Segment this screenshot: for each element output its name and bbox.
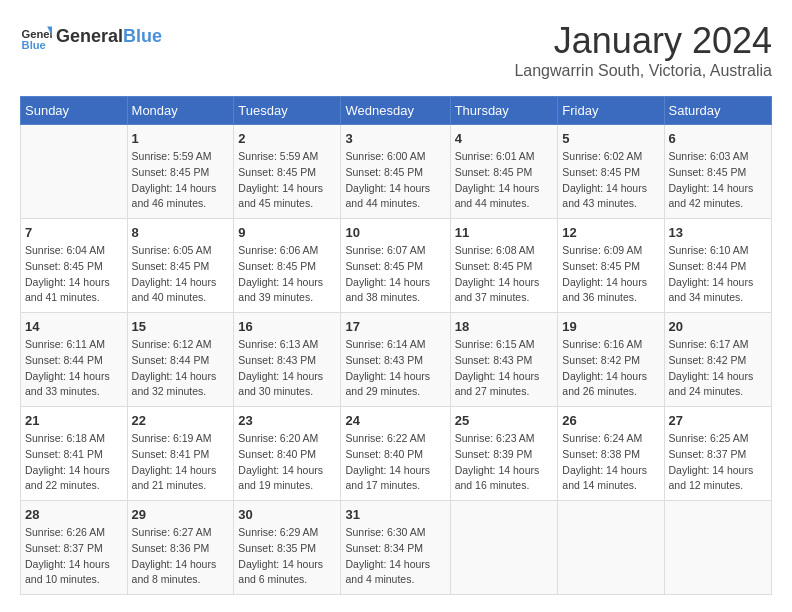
calendar-cell: 6Sunrise: 6:03 AMSunset: 8:45 PMDaylight…	[664, 125, 771, 219]
day-info: Sunrise: 6:18 AMSunset: 8:41 PMDaylight:…	[25, 431, 123, 494]
day-number: 23	[238, 413, 336, 428]
day-info: Sunrise: 6:06 AMSunset: 8:45 PMDaylight:…	[238, 243, 336, 306]
calendar-cell: 15Sunrise: 6:12 AMSunset: 8:44 PMDayligh…	[127, 313, 234, 407]
day-number: 15	[132, 319, 230, 334]
day-number: 25	[455, 413, 554, 428]
calendar-cell: 23Sunrise: 6:20 AMSunset: 8:40 PMDayligh…	[234, 407, 341, 501]
calendar-cell: 31Sunrise: 6:30 AMSunset: 8:34 PMDayligh…	[341, 501, 450, 595]
week-row-3: 14Sunrise: 6:11 AMSunset: 8:44 PMDayligh…	[21, 313, 772, 407]
calendar-cell: 17Sunrise: 6:14 AMSunset: 8:43 PMDayligh…	[341, 313, 450, 407]
calendar-table: SundayMondayTuesdayWednesdayThursdayFrid…	[20, 96, 772, 595]
page-header: General Blue General Blue January 2024 L…	[20, 20, 772, 80]
calendar-cell: 12Sunrise: 6:09 AMSunset: 8:45 PMDayligh…	[558, 219, 664, 313]
week-row-4: 21Sunrise: 6:18 AMSunset: 8:41 PMDayligh…	[21, 407, 772, 501]
day-info: Sunrise: 6:05 AMSunset: 8:45 PMDaylight:…	[132, 243, 230, 306]
svg-text:General: General	[22, 28, 52, 40]
day-info: Sunrise: 6:30 AMSunset: 8:34 PMDaylight:…	[345, 525, 445, 588]
day-number: 10	[345, 225, 445, 240]
day-info: Sunrise: 6:16 AMSunset: 8:42 PMDaylight:…	[562, 337, 659, 400]
day-info: Sunrise: 6:26 AMSunset: 8:37 PMDaylight:…	[25, 525, 123, 588]
day-number: 17	[345, 319, 445, 334]
day-number: 21	[25, 413, 123, 428]
day-number: 11	[455, 225, 554, 240]
day-info: Sunrise: 6:15 AMSunset: 8:43 PMDaylight:…	[455, 337, 554, 400]
logo-text-blue: Blue	[123, 26, 162, 47]
calendar-cell: 5Sunrise: 6:02 AMSunset: 8:45 PMDaylight…	[558, 125, 664, 219]
day-info: Sunrise: 6:25 AMSunset: 8:37 PMDaylight:…	[669, 431, 767, 494]
header-sunday: Sunday	[21, 97, 128, 125]
day-info: Sunrise: 6:08 AMSunset: 8:45 PMDaylight:…	[455, 243, 554, 306]
calendar-cell: 24Sunrise: 6:22 AMSunset: 8:40 PMDayligh…	[341, 407, 450, 501]
header-monday: Monday	[127, 97, 234, 125]
day-info: Sunrise: 6:07 AMSunset: 8:45 PMDaylight:…	[345, 243, 445, 306]
day-number: 2	[238, 131, 336, 146]
day-info: Sunrise: 6:23 AMSunset: 8:39 PMDaylight:…	[455, 431, 554, 494]
header-thursday: Thursday	[450, 97, 558, 125]
day-number: 22	[132, 413, 230, 428]
calendar-cell: 25Sunrise: 6:23 AMSunset: 8:39 PMDayligh…	[450, 407, 558, 501]
day-number: 4	[455, 131, 554, 146]
calendar-cell: 22Sunrise: 6:19 AMSunset: 8:41 PMDayligh…	[127, 407, 234, 501]
calendar-cell	[450, 501, 558, 595]
header-friday: Friday	[558, 97, 664, 125]
logo: General Blue General Blue	[20, 20, 162, 52]
day-info: Sunrise: 6:29 AMSunset: 8:35 PMDaylight:…	[238, 525, 336, 588]
calendar-cell: 9Sunrise: 6:06 AMSunset: 8:45 PMDaylight…	[234, 219, 341, 313]
calendar-cell	[664, 501, 771, 595]
day-number: 30	[238, 507, 336, 522]
day-info: Sunrise: 6:02 AMSunset: 8:45 PMDaylight:…	[562, 149, 659, 212]
calendar-cell: 28Sunrise: 6:26 AMSunset: 8:37 PMDayligh…	[21, 501, 128, 595]
day-info: Sunrise: 6:27 AMSunset: 8:36 PMDaylight:…	[132, 525, 230, 588]
calendar-cell: 10Sunrise: 6:07 AMSunset: 8:45 PMDayligh…	[341, 219, 450, 313]
calendar-cell: 8Sunrise: 6:05 AMSunset: 8:45 PMDaylight…	[127, 219, 234, 313]
day-info: Sunrise: 6:12 AMSunset: 8:44 PMDaylight:…	[132, 337, 230, 400]
day-info: Sunrise: 6:11 AMSunset: 8:44 PMDaylight:…	[25, 337, 123, 400]
calendar-cell: 16Sunrise: 6:13 AMSunset: 8:43 PMDayligh…	[234, 313, 341, 407]
day-number: 7	[25, 225, 123, 240]
day-number: 3	[345, 131, 445, 146]
calendar-cell: 26Sunrise: 6:24 AMSunset: 8:38 PMDayligh…	[558, 407, 664, 501]
calendar-cell: 21Sunrise: 6:18 AMSunset: 8:41 PMDayligh…	[21, 407, 128, 501]
day-number: 1	[132, 131, 230, 146]
calendar-header-row: SundayMondayTuesdayWednesdayThursdayFrid…	[21, 97, 772, 125]
day-number: 6	[669, 131, 767, 146]
header-saturday: Saturday	[664, 97, 771, 125]
day-info: Sunrise: 6:04 AMSunset: 8:45 PMDaylight:…	[25, 243, 123, 306]
day-info: Sunrise: 6:13 AMSunset: 8:43 PMDaylight:…	[238, 337, 336, 400]
day-number: 5	[562, 131, 659, 146]
day-info: Sunrise: 6:03 AMSunset: 8:45 PMDaylight:…	[669, 149, 767, 212]
day-info: Sunrise: 6:24 AMSunset: 8:38 PMDaylight:…	[562, 431, 659, 494]
week-row-1: 1Sunrise: 5:59 AMSunset: 8:45 PMDaylight…	[21, 125, 772, 219]
logo-icon: General Blue	[20, 20, 52, 52]
day-number: 14	[25, 319, 123, 334]
day-number: 29	[132, 507, 230, 522]
calendar-cell: 1Sunrise: 5:59 AMSunset: 8:45 PMDaylight…	[127, 125, 234, 219]
calendar-cell: 13Sunrise: 6:10 AMSunset: 8:44 PMDayligh…	[664, 219, 771, 313]
day-info: Sunrise: 6:22 AMSunset: 8:40 PMDaylight:…	[345, 431, 445, 494]
calendar-cell: 11Sunrise: 6:08 AMSunset: 8:45 PMDayligh…	[450, 219, 558, 313]
day-info: Sunrise: 6:20 AMSunset: 8:40 PMDaylight:…	[238, 431, 336, 494]
day-number: 13	[669, 225, 767, 240]
day-info: Sunrise: 5:59 AMSunset: 8:45 PMDaylight:…	[132, 149, 230, 212]
logo-text-general: General	[56, 26, 123, 47]
calendar-cell: 29Sunrise: 6:27 AMSunset: 8:36 PMDayligh…	[127, 501, 234, 595]
day-number: 8	[132, 225, 230, 240]
week-row-2: 7Sunrise: 6:04 AMSunset: 8:45 PMDaylight…	[21, 219, 772, 313]
day-info: Sunrise: 6:19 AMSunset: 8:41 PMDaylight:…	[132, 431, 230, 494]
day-info: Sunrise: 5:59 AMSunset: 8:45 PMDaylight:…	[238, 149, 336, 212]
day-info: Sunrise: 6:01 AMSunset: 8:45 PMDaylight:…	[455, 149, 554, 212]
day-number: 28	[25, 507, 123, 522]
day-number: 26	[562, 413, 659, 428]
calendar-cell: 7Sunrise: 6:04 AMSunset: 8:45 PMDaylight…	[21, 219, 128, 313]
header-tuesday: Tuesday	[234, 97, 341, 125]
day-info: Sunrise: 6:10 AMSunset: 8:44 PMDaylight:…	[669, 243, 767, 306]
week-row-5: 28Sunrise: 6:26 AMSunset: 8:37 PMDayligh…	[21, 501, 772, 595]
calendar-title: January 2024	[514, 20, 772, 62]
calendar-cell: 27Sunrise: 6:25 AMSunset: 8:37 PMDayligh…	[664, 407, 771, 501]
day-number: 12	[562, 225, 659, 240]
day-info: Sunrise: 6:14 AMSunset: 8:43 PMDaylight:…	[345, 337, 445, 400]
calendar-cell: 20Sunrise: 6:17 AMSunset: 8:42 PMDayligh…	[664, 313, 771, 407]
day-info: Sunrise: 6:17 AMSunset: 8:42 PMDaylight:…	[669, 337, 767, 400]
day-number: 19	[562, 319, 659, 334]
day-number: 24	[345, 413, 445, 428]
